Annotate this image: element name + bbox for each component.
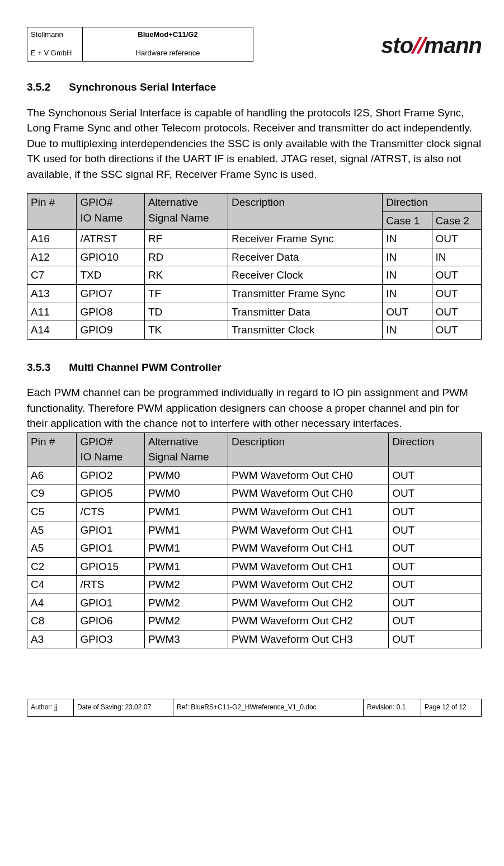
col-gpio-l2: IO Name	[80, 212, 123, 224]
col-case1: Case 1	[383, 211, 432, 230]
table-row: A6GPIO2PWM0PWM Waveform Out CH0OUT	[27, 466, 482, 484]
cell-dir: OUT	[389, 466, 482, 484]
atrst-signal: /ATRST	[371, 153, 408, 164]
cell-c1: OUT	[383, 303, 432, 321]
table-row: C4/RTSPWM2PWM Waveform Out CH2OUT	[27, 576, 482, 594]
doc-type: Hardware reference	[86, 48, 249, 59]
cell-c1: IN	[383, 248, 432, 266]
cell-desc: Receiver Clock	[228, 266, 383, 285]
cell-dir: OUT	[389, 594, 482, 612]
cell-pin: A11	[27, 303, 77, 321]
subsidiary-name: E + V GmbH	[31, 48, 79, 59]
cell-dir: OUT	[389, 557, 482, 576]
cell-alt: PWM2	[144, 594, 228, 612]
footer-revision: Revision: 0.1	[364, 699, 421, 716]
cell-alt: TK	[144, 321, 228, 340]
table-row: A3GPIO3PWM3PWM Waveform Out CH3OUT	[27, 630, 482, 648]
cell-gpio: /RTS	[77, 576, 145, 594]
cell-gpio: GPIO1	[77, 521, 145, 539]
cell-c1: IN	[383, 321, 432, 340]
cell-pin: A4	[27, 594, 77, 612]
cell-dir: OUT	[389, 612, 482, 630]
section-heading-ssc: 3.5.2 Synchronous Serial Interface	[27, 79, 482, 95]
cell-desc: PWM Waveform Out CH1	[228, 539, 389, 558]
cell-alt: PWM2	[144, 576, 228, 594]
cell-desc: Receiver Frame Sync	[228, 230, 383, 248]
col-gpio: GPIO# IO Name	[77, 194, 145, 230]
cell-gpio: GPIO6	[77, 612, 145, 630]
ssc-paragraph: The Synchonous Serial Interface is capab…	[27, 105, 482, 182]
cell-alt: PWM1	[144, 503, 228, 521]
cell-dir: OUT	[389, 503, 482, 521]
cell-gpio: TXD	[77, 266, 145, 285]
cell-alt: PWM3	[144, 630, 228, 648]
cell-pin: C9	[27, 484, 77, 503]
cell-desc: PWM Waveform Out CH1	[228, 503, 389, 521]
cell-pin: A14	[27, 321, 77, 340]
table-row: C5/CTSPWM1PWM Waveform Out CH1OUT	[27, 503, 482, 521]
document-header: Stollmann E + V GmbH BlueMod+C11/G2 Hard…	[27, 27, 482, 62]
cell-gpio: GPIO15	[77, 557, 145, 576]
product-name: BlueMod+C11/G2	[86, 30, 249, 40]
section-heading-pwm: 3.5.3 Multi Channel PWM Controller	[27, 360, 482, 375]
table-row: A5GPIO1PWM1PWM Waveform Out CH1OUT	[27, 521, 482, 539]
pwm-paragraph: Each PWM channel can be programmed indiv…	[27, 385, 482, 431]
table-row: C8GPIO6PWM2PWM Waveform Out CH2OUT	[27, 612, 482, 630]
footer-date: Date of Saving: 23.02.07	[74, 699, 173, 716]
col-gpio: GPIO# IO Name	[77, 432, 145, 466]
footer-page: Page 12 of 12	[421, 699, 482, 716]
cell-pin: C5	[27, 503, 77, 521]
cell-alt: PWM0	[144, 466, 228, 484]
cell-gpio: GPIO5	[77, 484, 145, 503]
col-pin: Pin #	[27, 432, 77, 466]
cell-alt: PWM1	[144, 539, 228, 558]
cell-dir: OUT	[389, 521, 482, 539]
cell-alt: RF	[144, 230, 228, 248]
cell-pin: A16	[27, 230, 77, 248]
cell-gpio: /ATRST	[77, 230, 145, 248]
header-company-box: Stollmann E + V GmbH	[27, 27, 83, 62]
cell-gpio: GPIO9	[77, 321, 145, 340]
footer-table: Author: jj Date of Saving: 23.02.07 Ref:…	[27, 699, 482, 716]
cell-pin: A5	[27, 521, 77, 539]
cell-gpio: GPIO1	[77, 594, 145, 612]
cell-alt: PWM1	[144, 557, 228, 576]
cell-gpio: GPIO8	[77, 303, 145, 321]
cell-pin: A6	[27, 466, 77, 484]
cell-pin: A3	[27, 630, 77, 648]
col-gpio-l1: GPIO#	[80, 196, 112, 208]
cell-dir: OUT	[389, 630, 482, 648]
table-row: C7TXDRKReceiver ClockINOUT	[27, 266, 482, 285]
cell-gpio: GPIO7	[77, 285, 145, 303]
col-alt: Alternative Signal Name	[144, 432, 228, 466]
footer-author: Author: jj	[27, 699, 74, 716]
cell-desc: Transmitter Frame Sync	[228, 285, 383, 303]
col-alt-l1: Alternative	[148, 196, 199, 208]
cell-pin: A5	[27, 539, 77, 558]
col-alt: Alternative Signal Name	[144, 194, 228, 230]
ssc-pin-table: Pin # GPIO# IO Name Alternative Signal N…	[27, 193, 482, 339]
table-row: A13GPIO7TFTransmitter Frame SyncINOUT	[27, 285, 482, 303]
cell-desc: PWM Waveform Out CH1	[228, 557, 389, 576]
footer-ref: Ref: BlueRS+C11-G2_HWreference_V1_0.doc	[173, 699, 364, 716]
cell-dir: OUT	[389, 539, 482, 558]
col-gpio-l2: IO Name	[80, 451, 123, 463]
table-row: A5GPIO1PWM1PWM Waveform Out CH1OUT	[27, 539, 482, 558]
company-name: Stollmann	[31, 30, 79, 40]
cell-c1: IN	[383, 266, 432, 285]
table-header-row: Pin # GPIO# IO Name Alternative Signal N…	[27, 432, 482, 466]
col-direction: Direction	[389, 432, 482, 466]
cell-desc: Transmitter Data	[228, 303, 383, 321]
table-row: C9GPIO5PWM0PWM Waveform Out CH0OUT	[27, 484, 482, 503]
cell-c1: IN	[383, 285, 432, 303]
cell-c2: OUT	[432, 321, 481, 340]
col-pin: Pin #	[27, 194, 77, 230]
cell-alt: PWM0	[144, 484, 228, 503]
cell-gpio: GPIO3	[77, 630, 145, 648]
table-row: C2GPIO15PWM1PWM Waveform Out CH1OUT	[27, 557, 482, 576]
col-alt-l1: Alternative	[148, 436, 199, 448]
cell-c2: OUT	[432, 303, 481, 321]
cell-dir: OUT	[389, 576, 482, 594]
cell-pin: A12	[27, 248, 77, 266]
cell-pin: A13	[27, 285, 77, 303]
